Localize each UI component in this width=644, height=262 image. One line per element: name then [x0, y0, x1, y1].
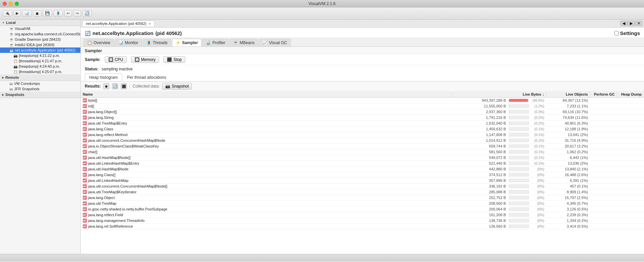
table-row[interactable]: ☕java.util.HashMap$Node[]549,072 B(0.1%)… [81, 155, 644, 161]
table-row[interactable]: ☕java.lang.reflect.Field161,208 B(0%)2,2… [81, 212, 644, 218]
settings-label: Settings [620, 30, 640, 36]
cell-name: ☕char[] [81, 149, 452, 155]
table-row[interactable]: ☕java.lang.reflect.Method1,147,608 B(0.1… [81, 132, 644, 138]
tab-main[interactable]: net.accelbyte.Application (pid 40562) ✕ [82, 21, 155, 26]
content-area: net.accelbyte.Application (pid 40562) ✕ … [81, 20, 644, 254]
results-refresh-btn[interactable]: 🔄 [112, 83, 118, 89]
table-row[interactable]: ☕byte[]943,397,288 B(96.6%)84,367 (13.1%… [81, 98, 644, 103]
nav-tab-profiler[interactable]: 🔬 Profiler [202, 39, 229, 46]
class-icon: ☕ [83, 156, 87, 160]
table-row[interactable]: ☕java.util.TreeMap$Entry1,632,040 B(0.2%… [81, 121, 644, 126]
table-row[interactable]: ☕java.util.TreeMap208,560 B(0%)4,345 (0.… [81, 201, 644, 206]
toolbar-btn-6[interactable]: 🧵 [53, 10, 63, 17]
nav-close-button[interactable]: ✕ [635, 21, 643, 26]
sidebar-section-snapshots[interactable]: ▶ Snapshots [0, 92, 80, 98]
sidebar-item-accelbyte[interactable]: ☕ net.accelbyte.Application (pid 40562) [0, 47, 80, 53]
cell-heap-dump [617, 201, 644, 206]
col-name[interactable]: Name [81, 91, 452, 98]
class-icon: ☕ [83, 213, 87, 217]
results-stop-btn[interactable]: ⬛ [121, 83, 127, 89]
table-row[interactable]: ☕int[]11,555,000 B(1.2%)7,233 (1.1%) [81, 103, 644, 109]
table-row[interactable]: ☕java.util.concurrent.ConcurrentHashMap$… [81, 138, 644, 143]
sidebar-section-remote[interactable]: ▶ Remote [0, 74, 80, 81]
table-row[interactable]: ☕java.util.TreeMap$KeyIterator285,088 B(… [81, 189, 644, 195]
sidebar-item-heapdump2[interactable]: 📸 [heapdump] 4:24:40 p.m. [0, 64, 80, 69]
nav-tab-overview[interactable]: 📋 Overview [83, 39, 114, 46]
table-row[interactable]: ☕java.util.HashMap$Node442,880 B(0%)13,8… [81, 166, 644, 172]
sidebar-item-kafka[interactable]: ☕ org.apache.kafka.connect.cli.ConnectSt… [0, 31, 80, 37]
stop-sample-button[interactable]: ⬛ Stop [163, 56, 185, 63]
nav-tab-sampler[interactable]: ⚡ Sampler [172, 39, 202, 46]
traffic-lights [3, 2, 19, 6]
table-row[interactable]: ☕java.util.LinkedHashMap$Entry521,440 B(… [81, 161, 644, 166]
class-name: char[] [88, 150, 98, 154]
col-heap-dump[interactable]: Heap Dump [617, 91, 644, 98]
toolbar-btn-2[interactable]: ▶ [13, 10, 21, 17]
cell-live-objects: 31,716 (4.9%) [546, 138, 590, 143]
sidebar-item-intellij[interactable]: ☕ IntelliJ IDEA (pid 28369) [0, 42, 80, 47]
heapdump-icon: 📸 [13, 65, 17, 68]
nav-tabs: 📋 Overview 📊 Monitor 🧵 Threads ⚡ Sampler… [81, 38, 644, 47]
sidebar-item-vmcoredumps[interactable]: 🗂 VM Coredumps [0, 81, 80, 86]
close-button[interactable] [3, 2, 7, 6]
toolbar-btn-7[interactable]: ↩ [64, 10, 72, 17]
cpu-sample-button[interactable]: 🔲 CPU [105, 56, 127, 63]
nav-tab-visualgc[interactable]: 📈 Visual GC [259, 39, 291, 46]
toolbar-btn-5[interactable]: 💾 [43, 10, 52, 17]
memory-sample-button[interactable]: 🔲 Memory [131, 56, 159, 63]
sub-tab-heap[interactable]: Heap histogram [85, 73, 122, 81]
results-run-btn[interactable]: ⏺ [103, 83, 109, 89]
toolbar-btn-1[interactable]: 🔌 [3, 10, 12, 17]
table-row[interactable]: ☕java.util.concurrent.ConcurrentHashMap$… [81, 184, 644, 189]
table-row[interactable]: ☕java.util.LinkedHashMap357,896 B(0%)6,3… [81, 178, 644, 184]
table-row[interactable]: ☕io.grpc.netty.shaded.io.netty.buffer.Po… [81, 206, 644, 212]
toolbar-btn-4[interactable]: ⏹ [33, 10, 41, 17]
table-row[interactable]: ☕java.lang.Class1,450,632 B(0.1%)12,188 … [81, 126, 644, 132]
table-row[interactable]: ☕java.lang.String1,791,216 B(0.2%)74,634… [81, 115, 644, 121]
class-icon: ☕ [83, 224, 87, 228]
separator [130, 84, 130, 89]
table-row[interactable]: ☕java.lang.management.ThreadInfo138,736 … [81, 218, 644, 224]
toolbar-btn-9[interactable]: 🔄 [82, 10, 92, 17]
table-row[interactable]: ☕java.lang.ref.SoftReference136,560 B(0%… [81, 224, 644, 229]
maximize-button[interactable] [15, 2, 19, 6]
sidebar-item-heapdump1[interactable]: 📸 [heapdump] 4:21:22 p.m. [0, 53, 80, 58]
sidebar-item-threaddump2[interactable]: 📋 [threaddump] 4:25:07 p.m. [0, 69, 80, 74]
cell-live-bytes: 136,560 B(0%) [452, 224, 546, 229]
sidebar-item-jfr[interactable]: 🗂 JFR Snapshots [0, 86, 80, 92]
nav-back-button[interactable]: ◀ [620, 21, 628, 26]
table-row[interactable]: ☕java.lang.Class[]374,512 B(0%)16,488 (2… [81, 172, 644, 178]
nav-tab-threads[interactable]: 🧵 Threads [143, 39, 171, 46]
sidebar-item-visualvm[interactable]: ☕ VisualVM [0, 26, 80, 31]
cell-name: ☕java.lang.reflect.Field [81, 212, 452, 218]
table-row[interactable]: ☕char[]581,560 B(0.1%)1,062 (0.2%) [81, 149, 644, 155]
minimize-button[interactable] [9, 2, 13, 6]
app-title-bar: 🔄 net.accelbyte.Application (pid 40562) … [81, 28, 644, 38]
col-live-objects[interactable]: Live Objects [546, 91, 590, 98]
nav-tab-label: Visual GC [269, 40, 287, 45]
sidebar-item-gradle[interactable]: ☕ Gradle Daemon (pid 28423) [0, 37, 80, 42]
sidebar-item-threaddump1[interactable]: 📋 [threaddump] 4:21:47 p.m. [0, 58, 80, 64]
nav-tab-mbeans[interactable]: ☕ MBeans [229, 39, 258, 46]
class-name: java.util.HashMap$Node[] [88, 156, 131, 160]
nav-tab-monitor[interactable]: 📊 Monitor [115, 39, 142, 46]
tab-close-button[interactable]: ✕ [148, 22, 151, 26]
sub-tab-thread-alloc[interactable]: Per thread allocations [123, 73, 171, 81]
toolbar-btn-8[interactable]: ↪ [73, 10, 81, 17]
class-name: java.util.concurrent.ConcurrentHashMap$N… [88, 184, 167, 188]
nav-forward-button[interactable]: ▶ [628, 21, 635, 26]
profiler-icon: 🔬 [206, 40, 211, 45]
settings-checkbox[interactable] [614, 31, 619, 35]
col-live-bytes[interactable]: Live Bytes ↓ [452, 91, 546, 98]
col-perform-gc[interactable]: Perform GC [590, 91, 617, 98]
window-title: VisualVM 2.1.6 [309, 1, 336, 6]
table-row[interactable]: ☕java.lang.Object[]2,937,360 B(0.3%)69,1… [81, 109, 644, 115]
heap-table-container[interactable]: Name Live Bytes ↓ Live Objects Perform G… [81, 91, 644, 254]
snapshot-button[interactable]: 📸 Snapshot [162, 83, 192, 90]
sidebar-section-local[interactable]: ▼ Local [0, 20, 80, 26]
table-row[interactable]: ☕java.io.ObjectStreamClass$WeakClassKey6… [81, 143, 644, 149]
sidebar-item-label: [heapdump] 4:24:40 p.m. [19, 64, 60, 68]
table-row[interactable]: ☕java.lang.Object252,752 B(0%)15,797 (2.… [81, 195, 644, 201]
toolbar-btn-3[interactable]: 📊 [22, 10, 32, 17]
nav-tab-label: MBeans [240, 40, 254, 45]
